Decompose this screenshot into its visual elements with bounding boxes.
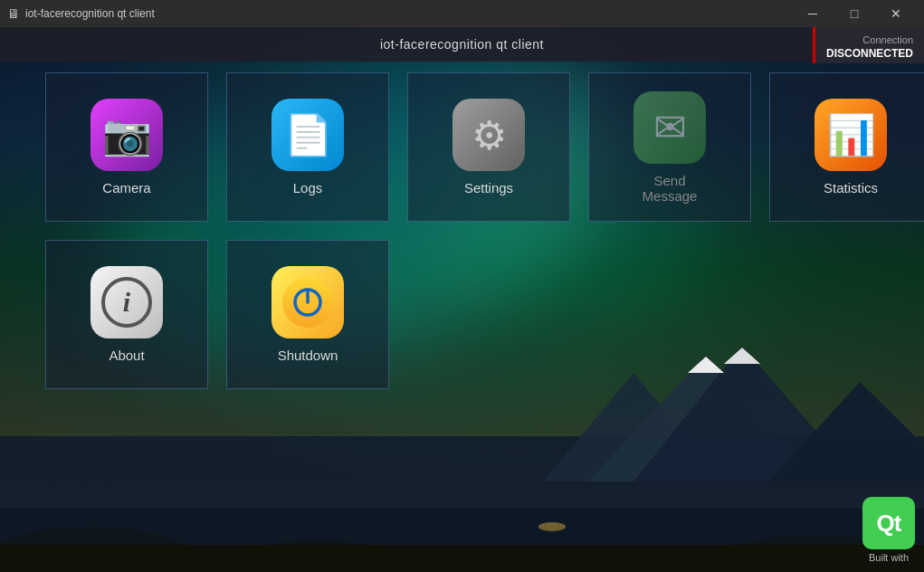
app-tile-shutdown[interactable]: Shutdown [226,240,389,389]
header-title: iot-facerecognition qt client [380,37,544,52]
app-row-1: Camera Logs Settings SendMessage Statist… [45,72,924,222]
titlebar-left: 🖥 iot-facerecognition qt client [7,6,155,21]
about-icon: i [90,266,163,338]
header-bar: iot-facerecognition qt client [0,27,924,62]
connection-status: DISCONNECTED [826,47,913,60]
settings-label: Settings [464,180,513,195]
qt-badge: Qt Built with [862,497,915,563]
about-label: About [109,348,144,363]
titlebar: 🖥 iot-facerecognition qt client ─ □ ✕ [0,0,924,27]
main-area: iot-facerecognition qt client Connection… [0,27,924,572]
app-tile-sendmessage[interactable]: SendMessage [588,72,751,222]
titlebar-controls: ─ □ ✕ [792,0,917,27]
connection-badge: Connection DISCONNECTED [813,27,924,63]
app-icon: 🖥 [7,6,20,21]
about-icon-inner: i [101,277,152,328]
app-row-2: i About Shutdown [45,240,924,389]
app-tile-camera[interactable]: Camera [45,72,208,222]
logs-label: Logs [293,180,323,195]
camera-icon [90,99,163,171]
statistics-icon [814,99,887,171]
logs-icon [271,99,344,171]
statistics-label: Statistics [824,180,878,195]
app-grid: Camera Logs Settings SendMessage Statist… [45,72,924,389]
app-tile-logs[interactable]: Logs [226,72,389,222]
shutdown-icon [271,266,344,338]
app-tile-about[interactable]: i About [45,240,208,389]
maximize-button[interactable]: □ [834,0,875,27]
svg-rect-14 [0,545,924,572]
qt-logo: Qt [862,497,915,549]
sendmessage-icon [633,91,706,164]
shutdown-label: Shutdown [278,348,338,363]
settings-icon [452,99,525,171]
sendmessage-label: SendMessage [643,173,698,204]
qt-built-with: Built with [869,552,909,563]
close-button[interactable]: ✕ [875,0,917,27]
svg-point-13 [538,522,566,531]
app-tile-statistics[interactable]: Statistics [769,72,924,222]
connection-label: Connection [862,34,913,45]
shutdown-icon-inner [282,277,333,328]
titlebar-title: iot-facerecognition qt client [25,7,155,20]
camera-label: Camera [102,180,150,195]
minimize-button[interactable]: ─ [792,0,834,27]
app-tile-settings[interactable]: Settings [407,72,570,222]
